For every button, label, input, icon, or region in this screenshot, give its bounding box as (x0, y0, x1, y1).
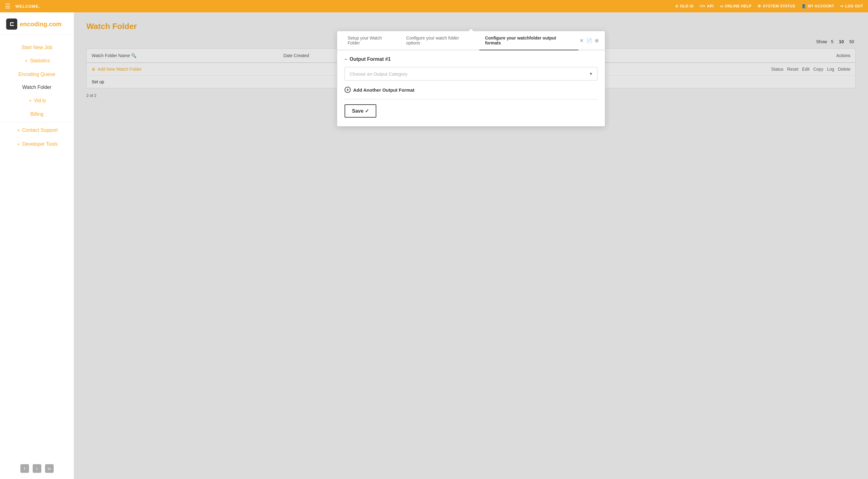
sidebar-item-billing[interactable]: Billing (0, 108, 74, 121)
gear-icon: ⚙ (757, 4, 761, 8)
plus-icon-2: ＋ (28, 98, 33, 103)
log-out-link[interactable]: ⇒ LOG OUT (840, 4, 863, 8)
plus-icon-4: ＋ (16, 141, 21, 147)
modal-doc-icon[interactable]: 📄 (585, 35, 593, 46)
sidebar-nav: Start New Job ＋Statistics Encoding Queue… (0, 35, 74, 458)
content-area: Watch Folder Show 5 10 50 Watch Folder N… (74, 12, 868, 479)
plus-icon-3: ＋ (16, 127, 21, 133)
modal-overlay: Setup your Watch Folder Configure your w… (74, 12, 868, 479)
save-button[interactable]: Save ✓ (345, 104, 376, 118)
modal-close-x[interactable]: ✕ (578, 35, 585, 46)
sidebar-item-watch-folder[interactable]: Watch Folder (0, 81, 74, 94)
logo-text: encoding.com (20, 21, 62, 28)
my-account-link[interactable]: 👤 MY ACCOUNT (801, 4, 834, 8)
twitter-icon[interactable]: t (33, 464, 41, 473)
online-help-link[interactable]: ▭ ONLINE HELP (720, 4, 752, 8)
sidebar-social: f t in (0, 458, 74, 479)
sidebar-item-contact-support[interactable]: ＋Contact Support (0, 122, 74, 137)
api-link[interactable]: </> API (700, 4, 713, 8)
add-another-output-format[interactable]: + Add Another Output Format (345, 87, 597, 99)
welcome-text: WELCOME, (16, 4, 675, 9)
sidebar: ⊏ encoding.com Start New Job ＋Statistics… (0, 12, 74, 479)
output-category-select[interactable]: Choose an Output Category ▾ (345, 67, 597, 81)
modal-tabs: Setup your Watch Folder Configure your w… (337, 31, 605, 50)
linkedin-icon[interactable]: in (45, 464, 54, 473)
logo: ⊏ encoding.com (0, 12, 74, 35)
configure-output-modal: Setup your Watch Folder Configure your w… (337, 31, 605, 126)
monitor-icon: ▭ (720, 4, 724, 8)
nav-items: ⊙ OLD UI </> API ▭ ONLINE HELP ⚙ SYSTEM … (675, 4, 863, 8)
user-icon: 👤 (801, 4, 806, 8)
sidebar-item-start-new-job[interactable]: Start New Job (0, 41, 74, 54)
modal-body: − Output Format #1 Choose an Output Cate… (337, 50, 605, 126)
main-layout: ⊏ encoding.com Start New Job ＋Statistics… (0, 12, 868, 479)
collapse-icon[interactable]: − (345, 57, 347, 62)
old-ui-icon: ⊙ (675, 4, 679, 8)
plus-icon: ＋ (24, 58, 29, 63)
sidebar-item-statistics[interactable]: ＋Statistics (0, 54, 74, 68)
sidebar-item-encoding-queue[interactable]: Encoding Queue (0, 68, 74, 81)
select-placeholder: Choose an Output Category (350, 71, 590, 77)
modal-circle-x-icon[interactable]: ⊗ (593, 35, 600, 46)
add-another-label: Add Another Output Format (353, 87, 414, 93)
add-another-plus-icon: + (345, 87, 351, 93)
old-ui-link[interactable]: ⊙ OLD UI (675, 4, 693, 8)
logo-icon: ⊏ (6, 19, 17, 30)
api-icon: </> (700, 4, 706, 8)
tab-configure-options[interactable]: Configure your watch folder options (401, 31, 479, 50)
hamburger-icon[interactable]: ☰ (5, 2, 10, 10)
output-format-title: Output Format #1 (349, 57, 391, 62)
system-status-link[interactable]: ⚙ SYSTEM STATUS (757, 4, 795, 8)
tab-configure-output[interactable]: Configure your watchfolder output format… (479, 31, 578, 50)
top-nav: ☰ WELCOME, ⊙ OLD UI </> API ▭ ONLINE HEL… (0, 0, 868, 12)
logout-icon: ⇒ (840, 4, 844, 8)
facebook-icon[interactable]: f (20, 464, 29, 473)
sidebar-item-developer-tools[interactable]: ＋Developer Tools (0, 137, 74, 151)
output-format-header: − Output Format #1 (345, 57, 597, 62)
chevron-down-icon: ▾ (590, 71, 592, 77)
tab-setup[interactable]: Setup your Watch Folder (342, 31, 401, 50)
sidebar-item-vid-ly[interactable]: ＋Vid.ly (0, 94, 74, 108)
